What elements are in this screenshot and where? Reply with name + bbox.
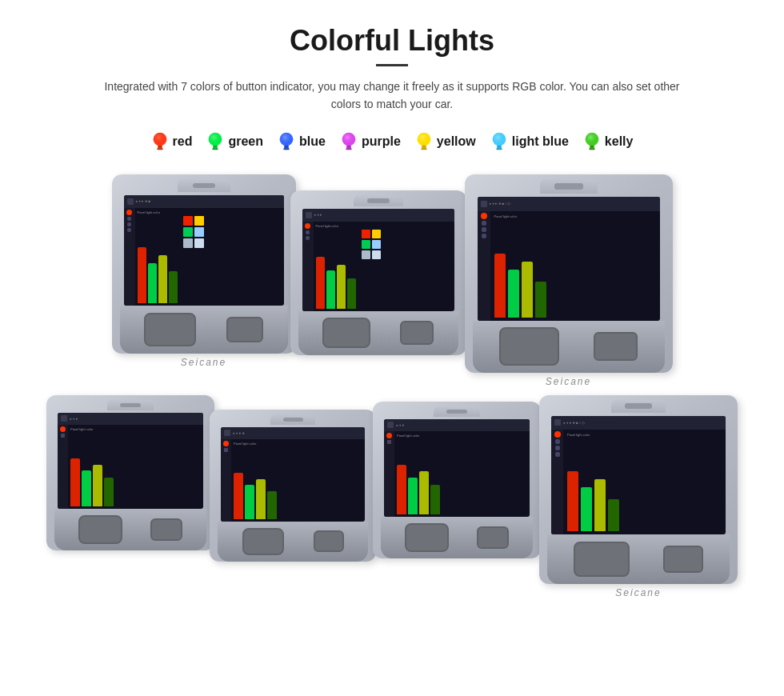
color-item-blue: blue xyxy=(278,131,326,152)
color-item-green: green xyxy=(206,131,263,152)
svg-point-1 xyxy=(153,133,166,146)
s-area-1 xyxy=(138,216,282,303)
blue-bulb-icon xyxy=(278,131,295,152)
red-bulb-icon xyxy=(151,131,169,152)
color-indicators-row: red green xyxy=(146,131,638,152)
svg-rect-6 xyxy=(214,145,218,148)
svg-point-17 xyxy=(417,133,430,146)
s-body-2: Panel light color xyxy=(302,222,454,311)
car-handle-3 xyxy=(540,179,598,194)
svg-rect-7 xyxy=(213,148,218,150)
green-bulb-icon xyxy=(206,131,224,152)
svg-rect-15 xyxy=(346,148,351,150)
svg-point-9 xyxy=(280,133,294,146)
color-label-kelly: kelly xyxy=(605,134,634,149)
svg-point-13 xyxy=(342,133,356,146)
s-hdr-dot-1 xyxy=(127,198,134,205)
car-body-4: ● ♦ ▸ Panel light color xyxy=(46,395,214,550)
car-unit-5: ● ♦ ▸ ♣ Panel light color xyxy=(210,410,376,600)
screen-4: ● ♦ ▸ Panel light color xyxy=(58,413,203,509)
brand-label-1: Seicane xyxy=(181,354,226,370)
s-side-1 xyxy=(124,208,135,306)
car-unit-4: ● ♦ ▸ Panel light color xyxy=(46,395,214,600)
subtitle: Integrated with 7 colors of button indic… xyxy=(104,78,680,114)
car-unit-6: ● ♦ ▸ Panel light color xyxy=(373,402,541,600)
page-title: Colorful Lights xyxy=(290,24,494,58)
svg-rect-18 xyxy=(422,145,426,148)
color-label-purple: purple xyxy=(362,134,401,149)
car-foot-1 xyxy=(120,306,288,354)
color-item-yellow: yellow xyxy=(415,131,476,152)
s-bars-1 xyxy=(138,216,178,303)
car-handle-1 xyxy=(178,179,230,192)
car-handle-4 xyxy=(107,400,154,410)
color-label-red: red xyxy=(173,134,193,149)
screen-2: ● ♦ ▸ Panel light color xyxy=(302,209,454,311)
title-divider xyxy=(376,64,408,66)
svg-point-5 xyxy=(209,133,222,146)
color-label-lightblue: light blue xyxy=(512,134,569,149)
svg-rect-10 xyxy=(284,145,289,148)
svg-rect-2 xyxy=(158,145,162,148)
purple-bulb-icon xyxy=(340,131,358,152)
car-body-1: ● ♦ ▸ ♣ ■ Panel light color xyxy=(112,174,296,354)
color-item-lightblue: light blue xyxy=(490,131,569,152)
svg-rect-3 xyxy=(157,148,162,150)
svg-rect-26 xyxy=(590,145,594,148)
car-body-2: ● ♦ ▸ Panel light color xyxy=(290,190,466,355)
car-unit-7: ● ♦ ▸ ♣ ■ □ ▷ Panel light color xyxy=(539,395,738,600)
svg-rect-14 xyxy=(346,145,351,148)
bottom-car-units-row: ● ♦ ▸ Panel light color xyxy=(46,395,738,600)
s-hdr-2: ● ♦ ▸ xyxy=(302,209,454,222)
s-hdr-1: ● ♦ ▸ ♣ ■ xyxy=(124,195,284,208)
s-content-1: Panel light color xyxy=(135,208,284,306)
svg-point-21 xyxy=(492,133,506,146)
top-car-units-row: ● ♦ ▸ ♣ ■ Panel light color xyxy=(112,174,673,389)
color-label-blue: blue xyxy=(299,134,326,149)
car-handle-inner-2 xyxy=(367,198,390,203)
brand-label-3: Seicane xyxy=(546,373,591,389)
car-unit-3: ● ♦ ▸ ♣ ■ □ ▷ Panel light color xyxy=(465,174,673,389)
brand-label-7: Seicane xyxy=(615,584,661,600)
color-item-red: red xyxy=(151,131,193,152)
svg-rect-22 xyxy=(497,145,502,148)
svg-point-25 xyxy=(585,133,598,146)
page-container: Colorful Lights Integrated with 7 colors… xyxy=(0,0,784,696)
car-handle-2 xyxy=(354,195,403,206)
svg-rect-27 xyxy=(589,148,594,150)
svg-rect-23 xyxy=(496,148,502,150)
svg-rect-19 xyxy=(421,148,426,150)
car-body-3: ● ♦ ▸ ♣ ■ □ ▷ Panel light color xyxy=(465,174,673,373)
color-item-kelly: kelly xyxy=(583,131,634,152)
lightblue-bulb-icon xyxy=(490,131,508,152)
car-unit-1: ● ♦ ▸ ♣ ■ Panel light color xyxy=(112,174,296,389)
color-item-purple: purple xyxy=(340,131,401,152)
yellow-bulb-icon xyxy=(415,131,433,152)
color-label-yellow: yellow xyxy=(437,134,476,149)
kelly-bulb-icon xyxy=(583,131,601,152)
screen-1: ● ♦ ▸ ♣ ■ Panel light color xyxy=(124,195,284,306)
color-label-green: green xyxy=(228,134,263,149)
car-unit-2: ● ♦ ▸ Panel light color xyxy=(290,190,466,389)
car-handle-inner-1 xyxy=(193,183,215,188)
svg-rect-11 xyxy=(283,148,289,150)
screen-3: ● ♦ ▸ ♣ ■ □ ▷ Panel light color xyxy=(478,197,660,321)
s-body-1: Panel light color xyxy=(124,208,284,306)
